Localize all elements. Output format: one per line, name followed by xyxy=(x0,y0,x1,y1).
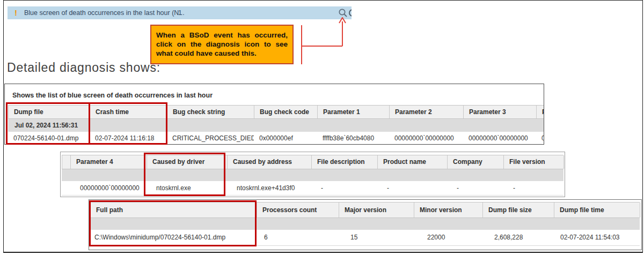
col-dump-file-size[interactable]: Dump file size xyxy=(483,202,554,218)
cell-parameter-2: 00000000`00000000 xyxy=(389,132,463,145)
col-spacer xyxy=(62,155,71,169)
cell-parameter-4: 00000000`00000000 xyxy=(70,181,147,195)
highlight-box-caused-by-driver xyxy=(144,153,225,196)
group-label xyxy=(62,169,68,181)
table-header-row: Parameter 4 Caused by driver Caused by a… xyxy=(62,155,564,169)
warning-icon: ! xyxy=(14,8,17,17)
cell-file-description: - xyxy=(311,181,377,195)
cell-spacer xyxy=(62,181,70,195)
annotation-callout: When a BSoD event has occurred, click on… xyxy=(150,25,294,64)
panel-description: Shows the list of blue screen of death o… xyxy=(12,92,213,99)
col-minor-version[interactable]: Minor version xyxy=(414,202,483,218)
cell-bug-check-code: 0x000000ef xyxy=(254,132,317,145)
cell-minor-version: 22000 xyxy=(414,230,482,245)
col-company[interactable]: Company xyxy=(448,155,504,169)
col-bug-check-string[interactable]: Bug check string xyxy=(167,106,254,118)
occurrence-count: 1 xyxy=(178,9,182,17)
col-parameter-4-clipped[interactable]: Parameter 4 xyxy=(537,106,544,118)
widget-title: Blue screen of death occurrences in the … xyxy=(24,9,185,17)
cell-dump-file-time: 02-07-2024 11:54:03 xyxy=(554,230,640,245)
col-file-version[interactable]: File version xyxy=(504,155,564,169)
col-file-description[interactable]: File description xyxy=(312,155,378,169)
section-heading: Detailed diagnosis shows: xyxy=(7,61,160,75)
cell-parameter-4-clipped: 00000000`00000000 xyxy=(536,132,544,145)
col-bug-check-code[interactable]: Bug check code xyxy=(254,106,318,118)
col-dump-file-time[interactable]: Dump file time xyxy=(554,202,640,218)
screenshot-canvas: ! Blue screen of death occurrences in th… xyxy=(0,0,644,255)
col-parameter-4[interactable]: Parameter 4 xyxy=(71,155,147,169)
arrow-segment-vertical xyxy=(342,21,343,46)
arrow-segment-horizontal xyxy=(302,46,342,47)
cell-major-version: 15 xyxy=(339,230,414,245)
cell-product-name: - xyxy=(377,181,447,195)
col-processors-count[interactable]: Processors count xyxy=(257,202,339,218)
arrow-head-icon xyxy=(338,17,347,24)
highlight-box-crash-time xyxy=(89,102,167,145)
cell-caused-by-address: ntoskrnl.exe+41d3f0 xyxy=(227,181,311,195)
callout-text: When a BSoD event has occurred, click on… xyxy=(156,31,288,58)
highlight-box-full-path xyxy=(89,200,257,246)
bsod-widget-titlebar: ! Blue screen of death occurrences in th… xyxy=(8,6,352,19)
panel-driver-details: Parameter 4 Caused by driver Caused by a… xyxy=(60,152,565,197)
cell-processors-count: 6 xyxy=(257,230,339,245)
cell-parameter-1: ffffb38e`60cb4080 xyxy=(317,132,389,145)
col-parameter-3[interactable]: Parameter 3 xyxy=(464,106,537,118)
cell-company: - xyxy=(447,181,503,195)
highlight-box-dump-file xyxy=(6,102,90,145)
cell-parameter-3: 00000000`00000000 xyxy=(463,132,536,145)
col-parameter-2[interactable]: Parameter 2 xyxy=(390,106,464,118)
cell-bug-check-string: CRITICAL_PROCESS_DIED xyxy=(167,132,254,145)
cell-dump-file-size: 2,608,228 xyxy=(482,230,554,245)
cell-file-version: - xyxy=(503,181,564,195)
clipped-icon xyxy=(349,9,352,17)
col-product-name[interactable]: Product name xyxy=(378,155,448,169)
arrow-segment-left xyxy=(301,25,302,64)
group-row xyxy=(62,169,564,181)
col-caused-by-address[interactable]: Caused by address xyxy=(228,155,312,169)
diagnosis-search-icon[interactable] xyxy=(338,8,348,18)
col-major-version[interactable]: Major version xyxy=(339,202,414,218)
col-parameter-1[interactable]: Parameter 1 xyxy=(318,106,390,118)
table-row[interactable]: 00000000`00000000 ntoskrnl.exe ntoskrnl.… xyxy=(62,181,564,196)
